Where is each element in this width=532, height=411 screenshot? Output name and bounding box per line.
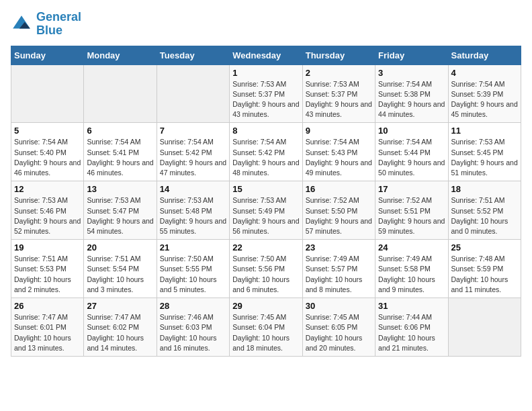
day-info: Sunrise: 7:49 AM Sunset: 5:58 PM Dayligh… (378, 254, 445, 295)
calendar-cell: 17Sunrise: 7:52 AM Sunset: 5:51 PM Dayli… (375, 181, 448, 240)
day-info: Sunrise: 7:53 AM Sunset: 5:37 PM Dayligh… (232, 79, 299, 120)
day-number: 17 (378, 184, 445, 194)
day-info: Sunrise: 7:46 AM Sunset: 6:03 PM Dayligh… (160, 312, 226, 353)
calendar-cell: 10Sunrise: 7:54 AM Sunset: 5:44 PM Dayli… (375, 123, 448, 181)
weekday-header-row: SundayMondayTuesdayWednesdayThursdayFrid… (11, 46, 521, 64)
weekday-header: Saturday (448, 46, 521, 64)
weekday-header: Monday (84, 46, 157, 64)
calendar-cell: 21Sunrise: 7:50 AM Sunset: 5:55 PM Dayli… (157, 240, 229, 298)
calendar-cell: 2Sunrise: 7:53 AM Sunset: 5:37 PM Daylig… (302, 64, 375, 123)
calendar-cell: 29Sunrise: 7:45 AM Sunset: 6:04 PM Dayli… (230, 298, 302, 357)
day-info: Sunrise: 7:50 AM Sunset: 5:56 PM Dayligh… (232, 254, 299, 295)
calendar-cell: 25Sunrise: 7:48 AM Sunset: 5:59 PM Dayli… (448, 240, 521, 298)
day-number: 1 (232, 68, 299, 78)
day-number: 5 (14, 126, 81, 136)
day-number: 22 (232, 242, 299, 253)
day-number: 25 (451, 242, 518, 253)
day-number: 3 (378, 68, 445, 78)
calendar-week-row: 19Sunrise: 7:51 AM Sunset: 5:53 PM Dayli… (11, 240, 521, 298)
calendar-cell: 28Sunrise: 7:46 AM Sunset: 6:03 PM Dayli… (157, 298, 229, 357)
day-number: 12 (14, 184, 81, 194)
day-info: Sunrise: 7:53 AM Sunset: 5:49 PM Dayligh… (232, 195, 299, 236)
calendar-cell: 22Sunrise: 7:50 AM Sunset: 5:56 PM Dayli… (230, 240, 302, 298)
day-number: 28 (160, 301, 226, 311)
calendar-cell (11, 64, 84, 123)
day-number: 14 (160, 184, 226, 194)
calendar-cell: 19Sunrise: 7:51 AM Sunset: 5:53 PM Dayli… (11, 240, 84, 298)
calendar-cell: 8Sunrise: 7:54 AM Sunset: 5:42 PM Daylig… (230, 123, 302, 181)
day-number: 15 (232, 184, 299, 194)
calendar-cell: 18Sunrise: 7:51 AM Sunset: 5:52 PM Dayli… (448, 181, 521, 240)
day-number: 8 (232, 126, 299, 136)
day-info: Sunrise: 7:44 AM Sunset: 6:06 PM Dayligh… (378, 312, 445, 353)
day-info: Sunrise: 7:53 AM Sunset: 5:45 PM Dayligh… (451, 137, 518, 178)
day-info: Sunrise: 7:52 AM Sunset: 5:50 PM Dayligh… (306, 195, 372, 236)
day-number: 7 (160, 126, 226, 136)
day-info: Sunrise: 7:48 AM Sunset: 5:59 PM Dayligh… (451, 254, 518, 295)
calendar-cell: 23Sunrise: 7:49 AM Sunset: 5:57 PM Dayli… (302, 240, 375, 298)
calendar-cell (448, 298, 521, 357)
weekday-header: Thursday (302, 46, 375, 64)
day-info: Sunrise: 7:51 AM Sunset: 5:54 PM Dayligh… (87, 254, 153, 295)
day-info: Sunrise: 7:49 AM Sunset: 5:57 PM Dayligh… (306, 254, 372, 295)
day-number: 2 (306, 68, 372, 78)
day-number: 18 (451, 184, 518, 194)
weekday-header: Sunday (11, 46, 84, 64)
calendar-cell: 20Sunrise: 7:51 AM Sunset: 5:54 PM Dayli… (84, 240, 157, 298)
day-info: Sunrise: 7:53 AM Sunset: 5:46 PM Dayligh… (14, 195, 81, 236)
calendar-cell: 13Sunrise: 7:53 AM Sunset: 5:47 PM Dayli… (84, 181, 157, 240)
calendar-cell: 1Sunrise: 7:53 AM Sunset: 5:37 PM Daylig… (230, 64, 302, 123)
day-number: 29 (232, 301, 299, 311)
day-number: 26 (14, 301, 81, 311)
calendar-week-row: 12Sunrise: 7:53 AM Sunset: 5:46 PM Dayli… (11, 181, 521, 240)
day-number: 20 (87, 242, 153, 253)
calendar-week-row: 5Sunrise: 7:54 AM Sunset: 5:40 PM Daylig… (11, 123, 521, 181)
calendar-cell: 26Sunrise: 7:47 AM Sunset: 6:01 PM Dayli… (11, 298, 84, 357)
calendar-cell: 3Sunrise: 7:54 AM Sunset: 5:38 PM Daylig… (375, 64, 448, 123)
calendar-cell: 15Sunrise: 7:53 AM Sunset: 5:49 PM Dayli… (230, 181, 302, 240)
day-number: 10 (378, 126, 445, 136)
day-info: Sunrise: 7:54 AM Sunset: 5:38 PM Dayligh… (378, 79, 445, 120)
day-info: Sunrise: 7:45 AM Sunset: 6:05 PM Dayligh… (306, 312, 372, 353)
day-info: Sunrise: 7:54 AM Sunset: 5:39 PM Dayligh… (451, 79, 518, 120)
day-info: Sunrise: 7:53 AM Sunset: 5:37 PM Dayligh… (306, 79, 372, 120)
day-number: 9 (306, 126, 372, 136)
day-info: Sunrise: 7:54 AM Sunset: 5:42 PM Dayligh… (232, 137, 299, 178)
calendar-cell: 12Sunrise: 7:53 AM Sunset: 5:46 PM Dayli… (11, 181, 84, 240)
calendar-cell: 11Sunrise: 7:53 AM Sunset: 5:45 PM Dayli… (448, 123, 521, 181)
calendar-cell: 5Sunrise: 7:54 AM Sunset: 5:40 PM Daylig… (11, 123, 84, 181)
day-number: 27 (87, 301, 153, 311)
day-number: 19 (14, 242, 81, 253)
logo: General Blue (11, 11, 81, 38)
calendar-cell: 9Sunrise: 7:54 AM Sunset: 5:43 PM Daylig… (302, 123, 375, 181)
day-info: Sunrise: 7:51 AM Sunset: 5:53 PM Dayligh… (14, 254, 81, 295)
calendar-week-row: 1Sunrise: 7:53 AM Sunset: 5:37 PM Daylig… (11, 64, 521, 123)
day-info: Sunrise: 7:54 AM Sunset: 5:44 PM Dayligh… (378, 137, 445, 178)
calendar-week-row: 26Sunrise: 7:47 AM Sunset: 6:01 PM Dayli… (11, 298, 521, 357)
day-info: Sunrise: 7:47 AM Sunset: 6:02 PM Dayligh… (87, 312, 153, 353)
day-info: Sunrise: 7:52 AM Sunset: 5:51 PM Dayligh… (378, 195, 445, 236)
day-info: Sunrise: 7:54 AM Sunset: 5:42 PM Dayligh… (160, 137, 226, 178)
calendar-table: SundayMondayTuesdayWednesdayThursdayFrid… (11, 46, 521, 357)
day-number: 23 (306, 242, 372, 253)
calendar-cell: 27Sunrise: 7:47 AM Sunset: 6:02 PM Dayli… (84, 298, 157, 357)
day-number: 24 (378, 242, 445, 253)
day-number: 30 (306, 301, 372, 311)
calendar-cell: 4Sunrise: 7:54 AM Sunset: 5:39 PM Daylig… (448, 64, 521, 123)
day-number: 16 (306, 184, 372, 194)
calendar-cell: 7Sunrise: 7:54 AM Sunset: 5:42 PM Daylig… (157, 123, 229, 181)
calendar-cell: 30Sunrise: 7:45 AM Sunset: 6:05 PM Dayli… (302, 298, 375, 357)
day-info: Sunrise: 7:45 AM Sunset: 6:04 PM Dayligh… (232, 312, 299, 353)
calendar-cell: 6Sunrise: 7:54 AM Sunset: 5:41 PM Daylig… (84, 123, 157, 181)
day-info: Sunrise: 7:53 AM Sunset: 5:47 PM Dayligh… (87, 195, 153, 236)
day-number: 11 (451, 126, 518, 136)
day-number: 4 (451, 68, 518, 78)
day-info: Sunrise: 7:54 AM Sunset: 5:41 PM Dayligh… (87, 137, 153, 178)
logo-icon (11, 13, 32, 35)
day-info: Sunrise: 7:54 AM Sunset: 5:40 PM Dayligh… (14, 137, 81, 178)
day-number: 31 (378, 301, 445, 311)
day-number: 13 (87, 184, 153, 194)
day-info: Sunrise: 7:50 AM Sunset: 5:55 PM Dayligh… (160, 254, 226, 295)
weekday-header: Friday (375, 46, 448, 64)
day-number: 21 (160, 242, 226, 253)
